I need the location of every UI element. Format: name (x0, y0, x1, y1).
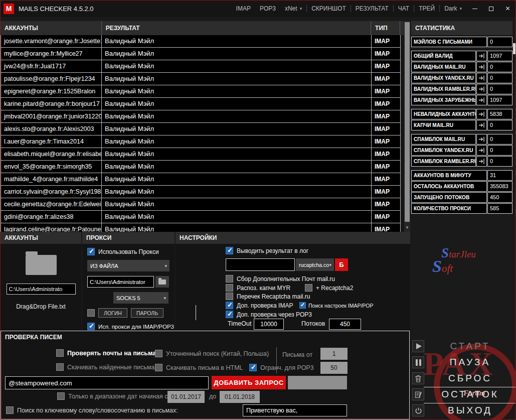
imap-pop-search-checkbox[interactable] (299, 302, 306, 309)
menu-xnet-dropdown[interactable]: xNet▾ (280, 0, 306, 17)
use-proxy-checkbox[interactable] (87, 248, 95, 255)
table-row[interactable]: josette.vramont@orange.fr:Josette19Валид… (1, 35, 401, 48)
table-scrollbar[interactable] (404, 21, 410, 232)
table-row[interactable]: patoulisse@orange.fr:Flpejr1234Валидный … (1, 73, 401, 85)
captcha-service-dropdown[interactable]: rucaptcha.co (296, 258, 334, 271)
close-button[interactable]: ✕ (499, 0, 516, 17)
export-icon-button[interactable] (476, 73, 487, 83)
table-row[interactable]: gdini@orange.fr:alizes38Валидный МэйлIMA… (1, 211, 401, 223)
balance-button[interactable]: Б (335, 258, 348, 271)
remainder-button[interactable]: ОСТАТОК (411, 388, 516, 401)
menu-chat[interactable]: ЧАТ (394, 0, 414, 17)
start-button[interactable]: СТАРТ (411, 340, 516, 353)
letters-from-input[interactable] (320, 348, 348, 360)
theme-dropdown[interactable]: Dark▾ (440, 0, 466, 17)
captcha-myr-checkbox-row[interactable]: Распоз. капчи MYR (226, 284, 290, 292)
scrollbar-thumb[interactable] (405, 22, 410, 222)
captcha-key-input[interactable] (226, 258, 295, 271)
proxy-imap-pop3-checkbox[interactable] (87, 323, 95, 330)
date-from-input[interactable] (167, 391, 205, 403)
refined-search-checkbox-row[interactable]: Уточненный поиск (Китай, Польша) (155, 350, 269, 357)
menu-imap[interactable]: IMAP (232, 0, 255, 17)
login-button[interactable]: ЛОГИН (98, 308, 127, 318)
table-row[interactable]: alexis.sto@orange.fr:Alexis2003Валидный … (1, 123, 401, 135)
collect-extra-mail-checkbox[interactable] (226, 275, 233, 283)
scroll-down-icon[interactable] (404, 224, 410, 231)
proxy-source-dropdown[interactable]: ИЗ ФАЙЛА (87, 260, 169, 271)
pop3-check-checkbox-row[interactable]: Доп. проверка через POP3 (226, 311, 312, 318)
menu-result[interactable]: РЕЗУЛЬТАТ (351, 0, 393, 17)
check-mail-checkbox-row[interactable]: Проверять почты на письма (56, 349, 156, 357)
export-icon-button[interactable] (476, 51, 487, 61)
query-list-box[interactable] (288, 376, 347, 389)
pause-button[interactable]: ПАУЗА (411, 356, 516, 369)
recaptcha2-checkbox-row[interactable]: + Recaptcha2 (305, 284, 353, 292)
stats-scrollbar-thumb[interactable] (513, 43, 515, 54)
exit-button[interactable]: ВЫХОД (411, 404, 516, 417)
password-button[interactable]: ПАРОЛЬ (131, 308, 163, 318)
pop3-limit-checkbox[interactable] (249, 364, 257, 371)
export-icon-button[interactable] (476, 120, 487, 130)
minimize-button[interactable] (466, 0, 483, 17)
export-icon-button[interactable] (476, 84, 487, 94)
threads-input[interactable] (329, 319, 361, 330)
date-to-input[interactable] (220, 391, 260, 403)
keyword-search-checkbox[interactable] (6, 406, 14, 414)
column-header-type[interactable]: ТИП (371, 21, 400, 35)
export-icon-button[interactable] (476, 109, 487, 119)
proxy-file-path[interactable] (87, 276, 154, 288)
table-row[interactable]: mathiilde_4@orange.fr:mathiilde4Валидный… (1, 173, 401, 186)
use-proxy-checkbox-row[interactable]: Использовать Прокси (87, 248, 169, 255)
table-row[interactable]: jmbval2001@orange.fr:junior31220Валидный… (1, 110, 401, 123)
menu-screenshot[interactable]: СКРИНШОТ (307, 0, 351, 17)
column-header-accounts[interactable]: АККАУНТЫ (1, 21, 102, 35)
table-row[interactable]: cecile.genettaz@orange.fr:EdelweissВалид… (1, 198, 401, 211)
table-row[interactable]: myllice@orange.fr:Myllice27Валидный Мэйл… (1, 48, 401, 60)
table-row[interactable]: jvw24@sfr.fr:Jual1717Валидный МэйлIMAP (1, 60, 401, 73)
timeout-input[interactable] (254, 319, 284, 330)
date-range-checkbox-row[interactable]: Только в диапазоне дат начиная с (57, 392, 168, 400)
maximize-button[interactable] (483, 0, 499, 17)
table-row[interactable]: envol_35@orange.fr:simorgh35Валидный Мэй… (1, 161, 401, 173)
imap-check-checkbox[interactable] (226, 302, 233, 309)
table-row[interactable]: elisabeth.miquel@orange.fr:elisabettВали… (1, 148, 401, 161)
folder-icon[interactable] (26, 255, 57, 275)
export-icon-button[interactable] (476, 156, 487, 167)
export-icon-button[interactable] (476, 134, 487, 145)
date-range-checkbox[interactable] (57, 392, 65, 400)
menu-tray[interactable]: ТРЕЙ (414, 0, 439, 17)
captcha-myr-checkbox[interactable] (226, 284, 233, 292)
download-html-checkbox[interactable] (155, 364, 162, 371)
pop3-limit-input[interactable] (320, 362, 348, 374)
table-row[interactable]: lagirand.celine@orange.fr:Patoune1Валидн… (1, 223, 401, 232)
add-query-button[interactable]: ДОБАВИТЬ ЗАПРОС (212, 376, 286, 389)
export-icon-button[interactable] (476, 145, 487, 156)
reset-button[interactable]: СБРОС (411, 372, 516, 385)
table-row[interactable]: karine.pitard@orange.fr:bonjour17Валидны… (1, 98, 401, 110)
keyword-search-checkbox-row[interactable]: Поиск по ключевому слову/словосочетанию … (6, 406, 178, 414)
refined-search-checkbox[interactable] (155, 350, 162, 357)
proxy-type-dropdown[interactable]: SOCKS 5 (113, 292, 168, 304)
log-output-checkbox[interactable] (226, 247, 233, 254)
menu-pop3[interactable]: POP3 (255, 0, 280, 17)
log-output-checkbox-row[interactable]: Выводить результат в лог (226, 247, 308, 254)
collect-extra-mail-checkbox-row[interactable]: Сбор Дополнительных Почт mail.ru (226, 275, 335, 283)
export-icon-button[interactable] (476, 62, 487, 72)
download-html-checkbox-row[interactable]: Скачивать письма в HTML (155, 364, 243, 371)
proxy-auth-checkbox[interactable] (87, 309, 95, 317)
recheck-recaptcha-checkbox[interactable] (226, 293, 233, 300)
recheck-recaptcha-checkbox-row[interactable]: Перечек Recaptcha mail.ru (226, 293, 310, 300)
table-row[interactable]: carriot.sylvain@orange.fr:Sysyl1983Валид… (1, 186, 401, 198)
pop3-limit-checkbox-row[interactable]: Огранч. для POP3 (249, 364, 314, 371)
pop3-check-checkbox[interactable] (226, 311, 233, 318)
table-row[interactable]: l.auer@orange.fr:Timax2014Валидный МэйлI… (1, 135, 401, 148)
keyword-input[interactable] (243, 404, 347, 416)
recaptcha2-checkbox[interactable] (305, 284, 312, 292)
check-mail-checkbox[interactable] (56, 349, 64, 357)
proxy-imap-pop3-checkbox-row[interactable]: Исп. прокси для IMAP/POP3 (87, 323, 169, 330)
browse-folder-button[interactable] (155, 276, 169, 288)
imap-pop-search-checkbox-row[interactable]: Поиск настроек IMAP/POP (299, 302, 374, 309)
accounts-file-path[interactable] (7, 284, 76, 295)
table-row[interactable]: epigneret@orange.fr:1525BralonВалидный М… (1, 85, 401, 98)
column-header-result[interactable]: РЕЗУЛЬТАТ (102, 21, 371, 35)
